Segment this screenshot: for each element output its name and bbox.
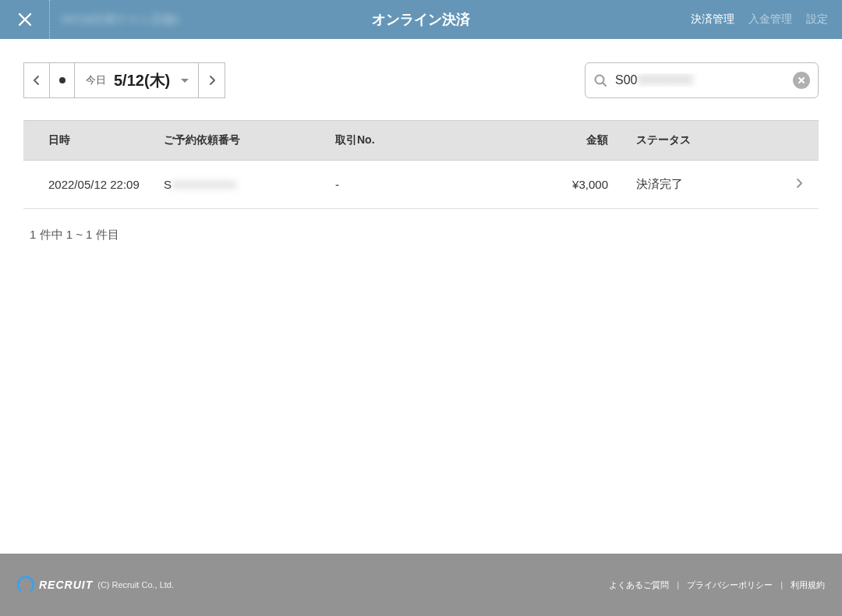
footer-logo: RECRUIT (C) Recruit Co., Ltd.	[17, 576, 174, 593]
prev-day-button[interactable]	[23, 62, 50, 98]
th-txn-no: 取引No.	[335, 133, 538, 147]
clear-search-button[interactable]	[793, 72, 810, 89]
chevron-left-icon	[31, 75, 42, 86]
search-value: S0000000000	[615, 73, 785, 87]
tab-settings[interactable]: 設定	[806, 12, 828, 27]
controls-row: 今日 5/12(木) S0000000000	[23, 62, 819, 98]
search-input[interactable]: S0000000000	[585, 62, 819, 98]
date-picker[interactable]: 今日 5/12(木)	[75, 62, 199, 98]
th-amount: 金額	[538, 133, 632, 147]
footer-link-faq[interactable]: よくあるご質問	[609, 579, 669, 591]
footer-link-privacy[interactable]: プライバシーポリシー	[687, 579, 773, 591]
tab-payment[interactable]: 決済管理	[691, 12, 734, 27]
store-name: SFCB共用テスト店舗1	[61, 12, 180, 27]
cell-status: 決済完了	[632, 177, 780, 192]
footer-link-terms[interactable]: 利用規約	[791, 579, 825, 591]
next-day-button[interactable]	[199, 62, 225, 98]
pagination-text: 1 件中 1 ~ 1 件目	[23, 228, 819, 243]
th-datetime: 日時	[23, 133, 164, 147]
app-header: SFCB共用テスト店舗1 オンライン決済 決済管理 入金管理 設定	[0, 0, 842, 39]
main-content: 今日 5/12(木) S0000000000	[0, 39, 842, 554]
cell-amount: ¥3,000	[538, 178, 632, 191]
date-navigator: 今日 5/12(木)	[23, 62, 225, 98]
footer-copyright: (C) Recruit Co., Ltd.	[97, 580, 174, 589]
payments-table: 日時 ご予約依頼番号 取引No. 金額 ステータス 2022/05/12 22:…	[23, 120, 819, 209]
chevron-down-icon	[181, 79, 189, 83]
svg-line-3	[603, 83, 606, 86]
th-status: ステータス	[632, 133, 780, 147]
today-dot-button[interactable]	[50, 62, 75, 98]
cell-datetime: 2022/05/12 22:09	[23, 178, 164, 191]
search-icon	[593, 73, 607, 87]
close-small-icon	[798, 76, 805, 84]
footer-brand: RECRUIT	[39, 579, 93, 591]
chevron-right-icon	[207, 75, 218, 86]
header-nav: 決済管理 入金管理 設定	[691, 12, 842, 27]
chevron-right-icon	[794, 178, 805, 189]
date-picker-today-label: 今日	[86, 73, 106, 87]
footer-links: よくあるご質問 | プライバシーポリシー | 利用規約	[609, 579, 825, 591]
table-row[interactable]: 2022/05/12 22:09 S0000000000 - ¥3,000 決済…	[23, 161, 819, 209]
th-request-no: ご予約依頼番号	[164, 133, 335, 147]
cell-txn-no: -	[335, 178, 538, 191]
row-arrow	[780, 178, 819, 191]
recruit-logo-icon	[17, 576, 34, 593]
close-icon	[17, 12, 33, 27]
dot-icon	[59, 77, 65, 83]
tab-deposit[interactable]: 入金管理	[748, 12, 792, 27]
cell-request-no: S0000000000	[164, 178, 335, 191]
date-picker-date: 5/12(木)	[114, 70, 170, 91]
close-button[interactable]	[0, 0, 50, 39]
table-header: 日時 ご予約依頼番号 取引No. 金額 ステータス	[23, 120, 819, 161]
footer: RECRUIT (C) Recruit Co., Ltd. よくあるご質問 | …	[0, 554, 842, 616]
